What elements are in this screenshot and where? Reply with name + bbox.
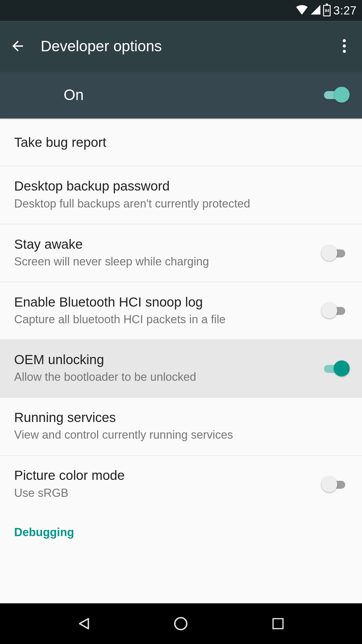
row-title: OEM unlocking: [14, 352, 312, 367]
status-bar: 84 3:27: [0, 0, 362, 21]
row-title: Stay awake: [14, 236, 312, 252]
app-bar: Developer options: [0, 21, 362, 71]
row-subtitle: Allow the bootloader to be unlocked: [14, 370, 312, 385]
nav-home-icon: [173, 616, 189, 632]
navigation-bar: [0, 603, 362, 644]
arrow-back-icon: [10, 38, 26, 54]
row-stay-awake[interactable]: Stay awake Screen will never sleep while…: [0, 224, 362, 282]
more-vert-icon: [343, 39, 346, 53]
nav-home-button[interactable]: [163, 606, 199, 641]
row-take-bug-report[interactable]: Take bug report: [0, 119, 362, 166]
picture-color-switch[interactable]: [321, 475, 348, 493]
master-toggle-label: On: [14, 86, 321, 103]
svg-point-3: [175, 618, 187, 630]
row-running-services[interactable]: Running services View and control curren…: [0, 398, 362, 456]
battery-percent: 84: [325, 8, 329, 13]
status-time: 3:27: [333, 4, 357, 18]
bluetooth-hci-switch[interactable]: [321, 302, 348, 319]
app-bar-title: Developer options: [41, 37, 334, 55]
master-toggle-row[interactable]: On: [0, 71, 362, 119]
svg-rect-4: [273, 619, 283, 629]
nav-recents-button[interactable]: [261, 606, 296, 641]
nav-back-icon: [76, 616, 91, 631]
overflow-menu-button[interactable]: [334, 36, 355, 57]
svg-point-2: [343, 50, 346, 53]
row-title: Desktop backup password: [14, 179, 339, 194]
row-picture-color-mode[interactable]: Picture color mode Use sRGB: [0, 456, 362, 513]
battery-icon: 84: [323, 5, 331, 16]
row-subtitle: Use sRGB: [14, 486, 312, 501]
row-title: Enable Bluetooth HCI snoop log: [14, 294, 312, 309]
row-oem-unlocking[interactable]: OEM unlocking Allow the bootloader to be…: [0, 340, 362, 398]
row-subtitle: Capture all bluetooth HCI packets in a f…: [14, 312, 312, 327]
nav-recents-icon: [272, 617, 285, 630]
settings-list: Take bug report Desktop backup password …: [0, 119, 362, 543]
row-title: Picture color mode: [14, 468, 312, 483]
row-subtitle: View and control currently running servi…: [14, 428, 339, 443]
section-title: Debugging: [14, 525, 348, 539]
cell-signal-icon: [311, 5, 321, 16]
svg-point-1: [343, 44, 346, 47]
row-title: Running services: [14, 410, 339, 425]
oem-unlocking-switch[interactable]: [321, 360, 348, 377]
stay-awake-switch[interactable]: [321, 244, 348, 262]
back-button[interactable]: [7, 36, 29, 57]
row-title: Take bug report: [14, 135, 339, 150]
master-toggle-switch[interactable]: [321, 86, 348, 103]
section-header-debugging: Debugging: [0, 513, 362, 543]
wifi-icon: [296, 5, 308, 16]
svg-point-0: [343, 39, 346, 42]
row-subtitle: Screen will never sleep while charging: [14, 254, 312, 269]
nav-back-button[interactable]: [66, 606, 102, 641]
row-subtitle: Desktop full backups aren't currently pr…: [14, 197, 339, 212]
row-desktop-backup-password[interactable]: Desktop backup password Desktop full bac…: [0, 166, 362, 224]
row-bluetooth-hci-snoop[interactable]: Enable Bluetooth HCI snoop log Capture a…: [0, 282, 362, 340]
